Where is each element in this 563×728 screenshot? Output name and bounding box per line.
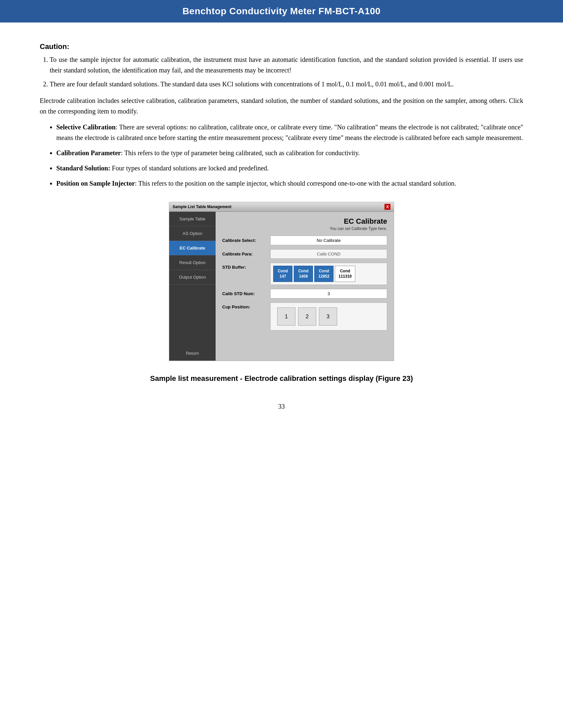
cup-position-label: Cup Position: bbox=[222, 302, 270, 309]
body-paragraph-1: Electrode calibration includes selective… bbox=[40, 95, 523, 116]
dialog-sidebar: Sample Table AS Option EC Calibrate Resu… bbox=[169, 212, 215, 361]
cup-btn-1[interactable]: 1 bbox=[277, 307, 296, 326]
page-content: Caution: To use the sample injector for … bbox=[0, 23, 563, 430]
cup-btn-2[interactable]: 2 bbox=[298, 307, 316, 326]
sidebar-item-result-option[interactable]: Result Option bbox=[169, 255, 215, 270]
dialog-body: Sample Table AS Option EC Calibrate Resu… bbox=[169, 212, 394, 361]
cup-position-buttons: 1 2 3 bbox=[270, 302, 387, 331]
calibrate-para-label: Calibrate Para: bbox=[222, 251, 270, 256]
sidebar-item-sample-table[interactable]: Sample Table bbox=[169, 212, 215, 226]
dialog-close-button[interactable]: X bbox=[385, 204, 391, 210]
dialog-right-panel: EC Calibrate You can set Calibrate Type … bbox=[215, 212, 394, 361]
calib-std-num-label: Calib STD Num: bbox=[222, 291, 270, 296]
caution-item-1: To use the sample injector for automatic… bbox=[50, 54, 523, 75]
bullet-text-4: : This refers to the position on the sam… bbox=[135, 180, 456, 187]
caution-item-2: There are four default standard solution… bbox=[50, 79, 523, 89]
std-buffer-label: STD Buffer: bbox=[222, 263, 270, 270]
bullet-term-1: Selective Calibration bbox=[56, 123, 116, 131]
calibrate-select-value[interactable]: No Calibrate bbox=[270, 236, 387, 245]
caution-label: Caution: bbox=[40, 42, 523, 51]
calibrate-para-value[interactable]: Calib COND bbox=[270, 249, 387, 259]
std-buffer-row: STD Buffer: Cond147 Cond1408 Cond12852 C… bbox=[222, 263, 387, 285]
std-buffer-buttons-container: Cond147 Cond1408 Cond12852 Cond111310 bbox=[270, 263, 387, 285]
sidebar-item-output-option[interactable]: Output Option bbox=[169, 270, 215, 285]
bullet-item-2: Calibration Parameter: This refers to th… bbox=[56, 148, 523, 158]
calibrate-select-row: Calibrate Select: No Calibrate bbox=[222, 236, 387, 245]
cond-1408-button[interactable]: Cond1408 bbox=[294, 266, 313, 282]
cond-111310-button[interactable]: Cond111310 bbox=[335, 266, 355, 282]
sidebar-item-return[interactable]: Return bbox=[169, 346, 215, 361]
page-title: Benchtop Conductivity Meter FM-BCT-A100 bbox=[13, 6, 550, 17]
bullet-item-3: Standard Solution: Four types of standar… bbox=[56, 163, 523, 173]
bullet-term-2: Calibration Parameter bbox=[56, 149, 121, 157]
ec-calibrate-subtitle: You can set Calibrate Type here. bbox=[222, 226, 387, 231]
cup-position-row: Cup Position: 1 2 3 bbox=[222, 302, 387, 331]
sidebar-item-as-option[interactable]: AS Option bbox=[169, 226, 215, 241]
calibrate-select-label: Calibrate Select: bbox=[222, 238, 270, 243]
cond-147-button[interactable]: Cond147 bbox=[273, 266, 293, 282]
cond-12852-button[interactable]: Cond12852 bbox=[314, 266, 334, 282]
cup-btn-3[interactable]: 3 bbox=[319, 307, 337, 326]
calib-std-num-row: Calib STD Num: 3 bbox=[222, 289, 387, 298]
dialog-window: Sample List Table Management X Sample Ta… bbox=[169, 202, 394, 361]
calibrate-para-row: Calibrate Para: Calib COND bbox=[222, 249, 387, 259]
bullet-text-1: : There are several options: no calibrat… bbox=[56, 123, 523, 141]
page-header: Benchtop Conductivity Meter FM-BCT-A100 bbox=[0, 0, 563, 23]
ec-calibrate-title: EC Calibrate bbox=[222, 217, 387, 226]
bullet-item-4: Position on Sample Injector: This refers… bbox=[56, 178, 523, 189]
calib-std-num-value[interactable]: 3 bbox=[270, 289, 387, 298]
dialog-title-text: Sample List Table Management bbox=[172, 205, 231, 209]
bullet-term-3: Standard Solution: bbox=[56, 164, 110, 172]
sidebar-item-ec-calibrate[interactable]: EC Calibrate bbox=[169, 241, 215, 255]
figure-caption: Sample list measurement - Electrode cali… bbox=[40, 374, 523, 383]
sidebar-spacer bbox=[169, 285, 215, 346]
bullet-list: Selective Calibration: There are several… bbox=[56, 122, 523, 189]
caution-list: To use the sample injector for automatic… bbox=[50, 54, 523, 89]
bullet-item-1: Selective Calibration: There are several… bbox=[56, 122, 523, 143]
page-number: 33 bbox=[40, 403, 523, 410]
dialog-titlebar: Sample List Table Management X bbox=[169, 202, 394, 212]
bullet-term-4: Position on Sample Injector bbox=[56, 180, 135, 187]
bullet-text-3: Four types of standard solutions are loc… bbox=[110, 164, 269, 172]
bullet-text-2: : This refers to the type of parameter b… bbox=[121, 149, 360, 157]
